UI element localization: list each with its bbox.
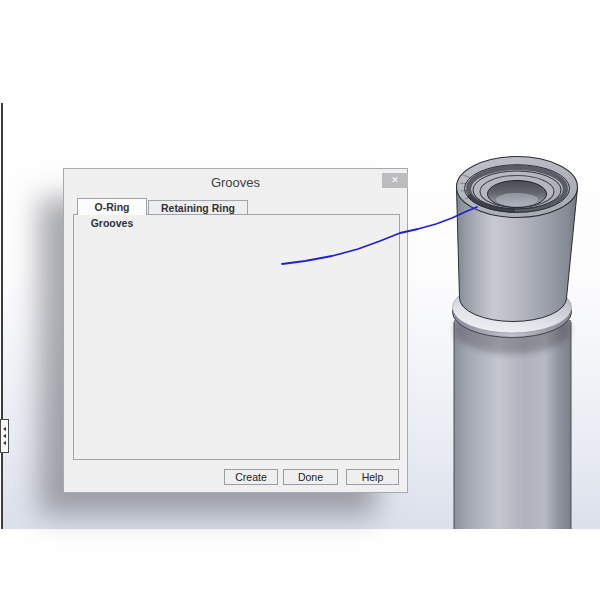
part-top-cylinder [457,157,578,322]
collapse-arrows-icon [3,441,6,445]
close-icon[interactable]: ✕ [382,173,408,188]
collapse-arrows-icon [3,427,6,431]
create-button[interactable]: Create [224,469,278,485]
collapsed-panel-tab[interactable] [0,419,9,453]
app-window: Grooves ✕ O-Ring Grooves Retaining Ring … [0,0,600,600]
tab-oring-grooves[interactable]: O-Ring Grooves [77,198,147,215]
done-button[interactable]: Done [283,469,338,485]
part-lower-cylinder [454,306,571,529]
help-button[interactable]: Help [346,469,399,485]
dialog-title[interactable]: Grooves [64,175,407,190]
collapse-arrows-icon [3,434,6,438]
grooves-dialog: Grooves ✕ O-Ring Grooves Retaining Ring … [63,168,408,493]
bore-hole [488,181,547,208]
tab-retaining-ring-grooves[interactable]: Retaining Ring Grooves [148,200,248,215]
oring-tab-page [73,214,400,460]
